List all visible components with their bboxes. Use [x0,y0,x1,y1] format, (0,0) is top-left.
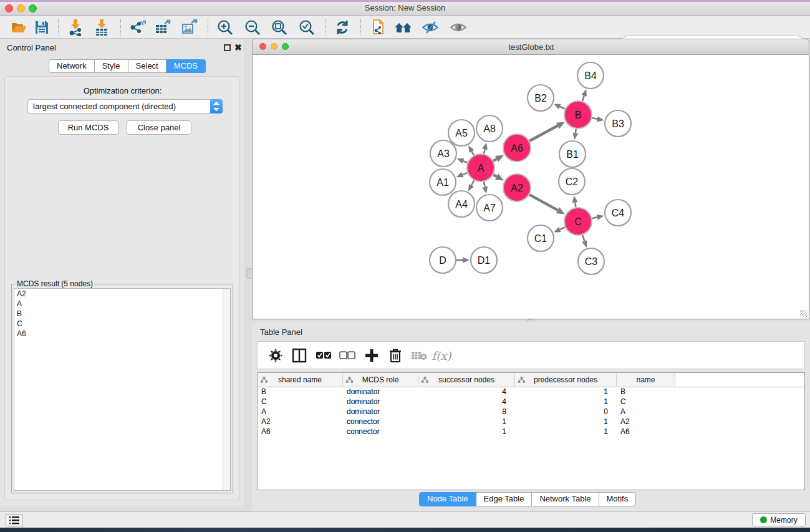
tab-motifs[interactable]: Motifs [599,492,637,506]
edge-A-A8[interactable] [484,149,485,153]
table-cell[interactable]: B [617,387,675,397]
graph-node-A6[interactable]: A6 [503,134,531,162]
table-cell[interactable]: A [258,407,343,417]
edge-A-A4[interactable] [471,180,474,185]
copy-network-view-icon[interactable] [368,19,387,36]
edge-A-A5[interactable] [471,152,473,155]
tab-mcds[interactable]: MCDS [166,59,206,73]
table-cell[interactable]: 0 [515,407,617,417]
import-network-icon[interactable] [66,19,85,36]
table-cell[interactable]: dominator [343,407,418,417]
table-cell[interactable]: connector [343,427,418,437]
mcds-result-list[interactable]: A2ABCA6 [14,288,231,491]
edge-C-C2[interactable] [575,203,576,208]
zoom-out-icon[interactable] [243,19,262,36]
graph-node-C2[interactable]: C2 [559,168,585,195]
mcds-result-item[interactable]: C [14,319,230,329]
column-header-successor-nodes[interactable]: successor nodes [418,373,515,387]
tab-edge-table[interactable]: Edge Table [476,492,533,506]
split-panel-icon[interactable] [290,347,309,364]
network-canvas[interactable]: B4B2BB3A8A5A6A3B1AA1C2A2A4A7C4CC1C3DD1 [252,55,809,319]
edge-A-A6[interactable] [493,159,496,161]
graph-node-C3[interactable]: C3 [578,248,604,274]
graph-node-C4[interactable]: C4 [605,200,631,226]
graph-node-B2[interactable]: B2 [528,85,554,111]
table-cell[interactable]: 4 [418,397,515,407]
export-image-icon[interactable] [180,19,199,36]
network-window-titlebar[interactable]: testGlobe.txt [252,39,809,55]
table-cell[interactable]: dominator [343,387,418,397]
graph-node-A4[interactable]: A4 [448,191,475,217]
table-cell[interactable]: 1 [418,417,515,427]
export-network-icon[interactable] [128,19,147,36]
memory-button[interactable]: Memory [752,513,806,526]
column-header-name[interactable]: name [617,373,675,387]
table-cell[interactable]: dominator [343,397,418,407]
function-builder-icon[interactable]: f(x) [432,347,451,364]
hide-eye-icon[interactable] [421,19,440,36]
edge-A-A2[interactable] [493,175,496,177]
select-all-icon[interactable] [314,347,333,364]
graph-node-A5[interactable]: A5 [448,120,475,146]
table-cell[interactable]: C [617,397,675,407]
mcds-result-item[interactable]: A2 [14,289,230,299]
edge-B-B4[interactable] [582,95,584,101]
table-row[interactable]: Adominator80A [258,407,804,417]
zoom-selected-icon[interactable] [297,19,316,36]
graph-node-C1[interactable]: C1 [528,225,554,251]
table-cell[interactable]: A2 [258,417,343,427]
column-header-MCDS-role[interactable]: MCDS role [343,373,418,387]
mcds-result-item[interactable]: A [14,299,230,309]
close-panel-icon[interactable]: ✖ [234,44,242,51]
settings-icon[interactable] [266,347,285,364]
vertical-splitter-handle[interactable] [246,268,251,279]
delete-column-icon[interactable] [386,347,405,364]
table-row[interactable]: A2connector11A2 [258,417,804,427]
tab-select[interactable]: Select [128,59,166,73]
zoom-fit-icon[interactable] [270,19,289,36]
save-session-icon[interactable] [32,19,51,36]
deselect-all-icon[interactable] [338,347,357,364]
edge-C-C3[interactable] [582,235,584,241]
edge-B-B1[interactable] [576,129,576,133]
column-header-predecessor-nodes[interactable]: predecessor nodes [515,373,617,387]
table-row[interactable]: Bdominator41B [258,387,804,397]
graph-node-A8[interactable]: A8 [476,115,503,142]
table-cell[interactable]: A6 [617,427,675,437]
mcds-result-item[interactable]: B [14,309,230,319]
table-cell[interactable]: A2 [617,417,675,427]
zoom-in-icon[interactable] [216,19,234,36]
clear-table-icon[interactable] [410,347,428,364]
export-table-icon[interactable] [153,19,172,36]
table-row[interactable]: A6connector11A6 [258,427,804,437]
edge-B-B3[interactable] [592,118,597,119]
edge-A-A7[interactable] [484,181,485,186]
graph-node-A7[interactable]: A7 [476,195,503,221]
tab-network[interactable]: Network [49,59,95,73]
graph-node-D1[interactable]: D1 [471,247,497,273]
table-cell[interactable]: 1 [515,387,617,397]
table-cell[interactable]: 8 [418,407,515,417]
add-column-icon[interactable] [362,347,381,364]
mcds-result-item[interactable]: A6 [14,329,230,339]
table-cell[interactable]: connector [343,417,418,427]
graph-node-A[interactable]: A [467,154,494,181]
edge-C-C1[interactable] [560,227,565,230]
graph-node-A2[interactable]: A2 [503,174,531,201]
resize-grip-icon[interactable] [800,310,808,317]
table-cell[interactable]: 1 [515,427,617,437]
refresh-icon[interactable] [333,19,352,36]
table-cell[interactable]: 1 [418,427,515,437]
tab-style[interactable]: Style [95,59,128,73]
home-icon[interactable] [394,19,413,36]
graph-node-B1[interactable]: B1 [559,141,586,167]
float-panel-icon[interactable] [224,44,231,51]
column-header-shared-name[interactable]: shared name [258,373,343,387]
show-eye-icon[interactable] [449,19,468,36]
graph-node-A3[interactable]: A3 [430,140,456,167]
edge-A-A1[interactable] [463,173,468,175]
edge-B-B2[interactable] [560,107,565,109]
table-cell[interactable]: 1 [515,397,617,407]
table-cell[interactable]: A6 [258,427,343,437]
graph-node-A1[interactable]: A1 [430,169,456,195]
